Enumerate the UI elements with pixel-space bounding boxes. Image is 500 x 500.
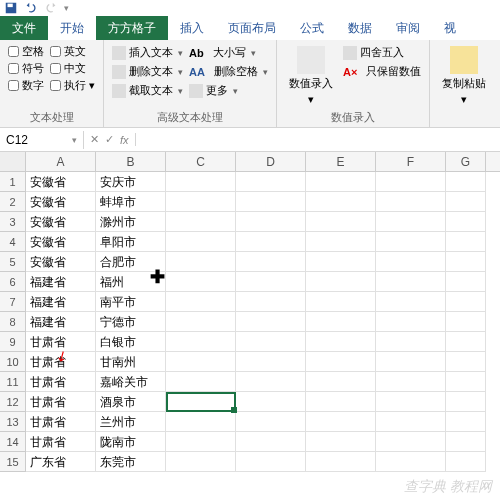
chk-english[interactable]: 英文 xyxy=(50,44,95,59)
row-header[interactable]: 6 xyxy=(0,272,26,292)
cell[interactable] xyxy=(236,372,306,392)
cell[interactable] xyxy=(306,432,376,452)
row-header[interactable]: 7 xyxy=(0,292,26,312)
cell[interactable]: 嘉峪关市 xyxy=(96,372,166,392)
cell[interactable] xyxy=(166,172,236,192)
cell[interactable]: 安庆市 xyxy=(96,172,166,192)
tab-formulas[interactable]: 公式 xyxy=(288,16,336,40)
cell[interactable] xyxy=(376,272,446,292)
chk-space[interactable]: 空格 xyxy=(8,44,44,59)
cell[interactable] xyxy=(446,332,486,352)
cell[interactable] xyxy=(166,392,236,412)
cell[interactable] xyxy=(446,292,486,312)
cell[interactable] xyxy=(446,172,486,192)
cell[interactable] xyxy=(236,292,306,312)
cell[interactable] xyxy=(376,412,446,432)
chk-chinese[interactable]: 中文 xyxy=(50,61,95,76)
row-header[interactable]: 13 xyxy=(0,412,26,432)
cell[interactable] xyxy=(306,172,376,192)
cell[interactable] xyxy=(306,192,376,212)
save-icon[interactable] xyxy=(4,1,18,15)
cell[interactable] xyxy=(446,252,486,272)
cell[interactable] xyxy=(376,372,446,392)
btn-value-entry[interactable]: 数值录入▾ xyxy=(285,44,337,108)
cell[interactable]: 南平市 xyxy=(96,292,166,312)
btn-truncate-text[interactable]: 截取文本▾ xyxy=(112,82,183,99)
cell[interactable] xyxy=(166,372,236,392)
cell[interactable] xyxy=(446,432,486,452)
cell[interactable] xyxy=(236,392,306,412)
tab-home[interactable]: 开始 xyxy=(48,16,96,40)
cell[interactable] xyxy=(376,252,446,272)
col-header[interactable]: G xyxy=(446,152,486,171)
cell[interactable] xyxy=(306,272,376,292)
cell[interactable] xyxy=(306,212,376,232)
btn-keep-value[interactable]: A× 只保留数值 xyxy=(343,63,421,80)
cell[interactable] xyxy=(236,352,306,372)
cell[interactable] xyxy=(236,192,306,212)
cell[interactable] xyxy=(236,212,306,232)
cell[interactable] xyxy=(236,232,306,252)
row-header[interactable]: 8 xyxy=(0,312,26,332)
cell[interactable] xyxy=(166,292,236,312)
undo-icon[interactable] xyxy=(24,1,38,15)
cell[interactable]: 广东省 xyxy=(26,452,96,472)
btn-more[interactable]: 更多▾ xyxy=(189,82,268,99)
cell[interactable] xyxy=(166,352,236,372)
enter-icon[interactable]: ✓ xyxy=(105,133,114,146)
tab-review[interactable]: 审阅 xyxy=(384,16,432,40)
cell[interactable] xyxy=(166,312,236,332)
cell[interactable] xyxy=(376,232,446,252)
chk-symbol[interactable]: 符号 xyxy=(8,61,44,76)
row-header[interactable]: 2 xyxy=(0,192,26,212)
cell[interactable] xyxy=(376,392,446,412)
cell[interactable] xyxy=(446,412,486,432)
col-header[interactable]: F xyxy=(376,152,446,171)
cell[interactable] xyxy=(306,372,376,392)
chk-number[interactable]: 数字 xyxy=(8,78,44,93)
cell[interactable] xyxy=(166,212,236,232)
cell[interactable]: 东莞市 xyxy=(96,452,166,472)
cell[interactable] xyxy=(376,352,446,372)
cell[interactable]: 甘肃省 xyxy=(26,432,96,452)
cell[interactable] xyxy=(446,372,486,392)
tab-fangfang[interactable]: 方方格子 xyxy=(96,16,168,40)
row-header[interactable]: 14 xyxy=(0,432,26,452)
cell[interactable] xyxy=(376,432,446,452)
cell[interactable]: 阜阳市 xyxy=(96,232,166,252)
cell[interactable]: 合肥市 xyxy=(96,252,166,272)
cell[interactable]: 甘南州 xyxy=(96,352,166,372)
tab-data[interactable]: 数据 xyxy=(336,16,384,40)
btn-insert-text[interactable]: 插入文本▾ xyxy=(112,44,183,61)
tab-pagelayout[interactable]: 页面布局 xyxy=(216,16,288,40)
cell[interactable] xyxy=(446,232,486,252)
cell[interactable]: 甘肃省 xyxy=(26,392,96,412)
cell[interactable] xyxy=(306,232,376,252)
btn-case[interactable]: Ab 大小写▾ xyxy=(189,44,268,61)
cell[interactable]: 蚌埠市 xyxy=(96,192,166,212)
row-header[interactable]: 11 xyxy=(0,372,26,392)
row-header[interactable]: 3 xyxy=(0,212,26,232)
formula-input[interactable] xyxy=(136,138,500,142)
cell[interactable] xyxy=(166,192,236,212)
cell[interactable] xyxy=(166,252,236,272)
cell[interactable]: 酒泉市 xyxy=(96,392,166,412)
cell[interactable] xyxy=(166,232,236,252)
cell[interactable] xyxy=(376,172,446,192)
cell[interactable] xyxy=(306,252,376,272)
cell[interactable] xyxy=(236,412,306,432)
cell[interactable]: 安徽省 xyxy=(26,172,96,192)
cell[interactable] xyxy=(376,192,446,212)
cell[interactable] xyxy=(236,332,306,352)
btn-copy-paste[interactable]: 复制粘贴▾ xyxy=(438,44,490,123)
row-header[interactable]: 4 xyxy=(0,232,26,252)
chk-execute[interactable]: 执行▾ xyxy=(50,78,95,93)
cell[interactable]: 安徽省 xyxy=(26,252,96,272)
col-header[interactable]: D xyxy=(236,152,306,171)
redo-icon[interactable] xyxy=(44,1,58,15)
cell[interactable] xyxy=(446,312,486,332)
cell[interactable] xyxy=(376,332,446,352)
cell[interactable] xyxy=(446,392,486,412)
col-header[interactable]: E xyxy=(306,152,376,171)
cell[interactable]: 安徽省 xyxy=(26,192,96,212)
